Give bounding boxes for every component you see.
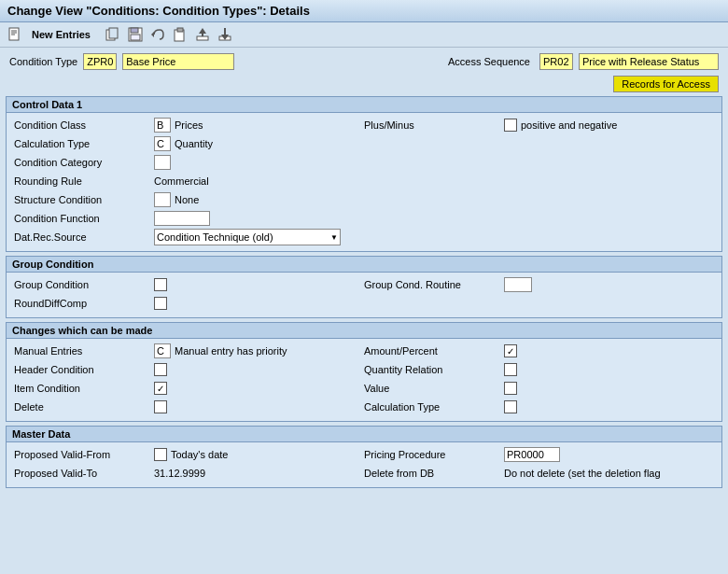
manual-entries-code-input[interactable]: [154, 343, 171, 358]
condition-type-code-input[interactable]: [83, 53, 117, 70]
toolbar-save-icon[interactable]: [126, 25, 145, 44]
calculation-type-code-input[interactable]: [154, 136, 171, 151]
manual-entries-row: Manual Entries Manual entry has priority: [14, 343, 364, 359]
condition-class-row: Condition Class Prices: [14, 117, 364, 133]
condition-category-input[interactable]: [154, 155, 171, 170]
changes-left-col: Manual Entries Manual entry has priority…: [14, 343, 364, 417]
plus-minus-label: Plus/Minus: [364, 119, 504, 131]
group-condition-row: Group Condition: [14, 276, 364, 293]
value-checkbox[interactable]: [504, 382, 517, 395]
calc-type-right-checkbox[interactable]: [504, 400, 517, 413]
condition-function-row: Condition Function: [14, 210, 364, 227]
condition-function-label: Condition Function: [14, 213, 154, 224]
changes-two-col: Manual Entries Manual entry has priority…: [14, 343, 714, 417]
rounding-rule-label: Rounding Rule: [14, 175, 154, 187]
proposed-valid-to-label: Proposed Valid-To: [14, 468, 154, 479]
calculation-type-value: Quantity: [175, 138, 213, 149]
access-sequence-name-input[interactable]: [579, 53, 719, 70]
plus-minus-checkbox[interactable]: [504, 119, 517, 132]
plus-minus-row: Plus/Minus positive and negative: [364, 117, 714, 133]
amount-percent-checkbox[interactable]: [504, 344, 517, 357]
group-condition-checkbox[interactable]: [154, 278, 167, 291]
pricing-procedure-label: Pricing Procedure: [364, 449, 504, 460]
svg-rect-5: [109, 28, 118, 38]
structure-condition-row: Structure Condition None: [14, 191, 364, 208]
control-data-right-col: Plus/Minus positive and negative: [364, 117, 714, 247]
group-condition-left-col: Group Condition RoundDiffComp: [14, 276, 364, 314]
condition-class-code-input[interactable]: [154, 118, 171, 133]
quantity-relation-row: Quantity Relation: [364, 361, 714, 378]
item-condition-label: Item Condition: [14, 383, 154, 394]
changes-right-col: Amount/Percent Quantity Relation Value: [364, 343, 714, 417]
condition-class-value: Prices: [175, 119, 203, 131]
condition-category-label: Condition Category: [14, 157, 154, 168]
control-data-left-col: Condition Class Prices Calculation Type …: [14, 117, 364, 247]
plus-minus-value: positive and negative: [521, 119, 617, 131]
changes-section-body: Manual Entries Manual entry has priority…: [7, 339, 721, 421]
master-data-panel: Master Data Proposed Valid-From Today's …: [6, 426, 722, 488]
window-title: Change View "Conditions: Condition Types…: [7, 4, 310, 18]
dat-rec-source-value: Condition Technique (old): [157, 231, 273, 243]
control-data-1-header: Control Data 1: [7, 97, 721, 113]
dropdown-arrow-icon: ▼: [330, 233, 338, 242]
toolbar: New Entries: [0, 22, 728, 48]
condition-type-name-input[interactable]: [122, 53, 234, 70]
group-condition-body: Group Condition RoundDiffComp Group Cond…: [7, 273, 721, 317]
round-diff-comp-checkbox[interactable]: [154, 297, 167, 310]
access-sequence-code-input[interactable]: [539, 53, 573, 70]
quantity-relation-checkbox[interactable]: [504, 363, 517, 376]
group-cond-routine-label: Group Cond. Routine: [364, 279, 504, 290]
item-condition-checkbox[interactable]: [154, 382, 167, 395]
dat-rec-source-row: Dat.Rec.Source Condition Technique (old)…: [14, 229, 364, 245]
master-data-left-col: Proposed Valid-From Today's date Propose…: [14, 446, 364, 483]
delete-checkbox[interactable]: [154, 400, 167, 413]
dat-rec-source-dropdown[interactable]: Condition Technique (old) ▼: [154, 229, 341, 245]
header-fields-row: Condition Type Access Sequence: [6, 51, 722, 72]
svg-marker-9: [151, 32, 154, 37]
calc-type-right-row: Calculation Type: [364, 399, 714, 415]
group-condition-right-col: Group Cond. Routine: [364, 276, 714, 314]
toolbar-icon-1[interactable]: [6, 25, 24, 44]
changes-section-panel: Changes which can be made Manual Entries…: [6, 322, 722, 422]
calculation-type-row: Calculation Type Quantity: [14, 135, 364, 152]
master-data-header: Master Data: [7, 427, 721, 442]
svg-rect-7: [131, 28, 138, 33]
condition-category-row: Condition Category: [14, 154, 364, 171]
proposed-valid-from-label: Proposed Valid-From: [14, 449, 154, 460]
group-cond-routine-row: Group Cond. Routine: [364, 276, 714, 293]
toolbar-upload-icon[interactable]: [193, 25, 212, 44]
delete-from-db-label: Delete from DB: [364, 468, 504, 479]
dat-rec-source-label: Dat.Rec.Source: [14, 231, 154, 243]
records-for-access-button[interactable]: Records for Access: [613, 76, 719, 92]
title-bar: Change View "Conditions: Condition Types…: [0, 0, 728, 22]
pricing-procedure-input[interactable]: [504, 447, 560, 462]
group-cond-routine-input[interactable]: [504, 277, 532, 292]
delete-from-db-row: Delete from DB Do not delete (set the de…: [364, 465, 714, 482]
pricing-procedure-row: Pricing Procedure: [364, 446, 714, 463]
toolbar-download-icon[interactable]: [216, 25, 234, 44]
header-condition-row: Header Condition: [14, 361, 364, 378]
calculation-type-label: Calculation Type: [14, 138, 154, 149]
svg-rect-12: [197, 36, 208, 40]
delete-label: Delete: [14, 401, 154, 413]
master-data-body: Proposed Valid-From Today's date Propose…: [7, 442, 721, 487]
condition-type-label: Condition Type: [9, 56, 77, 67]
round-diff-comp-row: RoundDiffComp: [14, 295, 364, 312]
toolbar-paste-icon[interactable]: [171, 25, 189, 44]
control-data-1-body: Condition Class Prices Calculation Type …: [7, 113, 721, 251]
toolbar-copy-icon[interactable]: [104, 25, 122, 44]
toolbar-undo-icon[interactable]: [148, 25, 167, 44]
value-row: Value: [364, 380, 714, 397]
control-data-1-panel: Control Data 1 Condition Class Prices Ca…: [6, 96, 722, 252]
value-label: Value: [364, 383, 504, 394]
item-condition-row: Item Condition: [14, 380, 364, 397]
delete-row: Delete: [14, 399, 364, 415]
header-condition-checkbox[interactable]: [154, 363, 167, 376]
proposed-valid-from-checkbox[interactable]: [154, 448, 167, 461]
access-sequence-label: Access Sequence: [448, 56, 530, 67]
structure-condition-input[interactable]: [154, 192, 171, 207]
structure-condition-value: None: [175, 194, 199, 205]
condition-function-input[interactable]: [154, 211, 210, 226]
proposed-valid-from-value: Today's date: [171, 449, 228, 460]
header-condition-label: Header Condition: [14, 364, 154, 375]
